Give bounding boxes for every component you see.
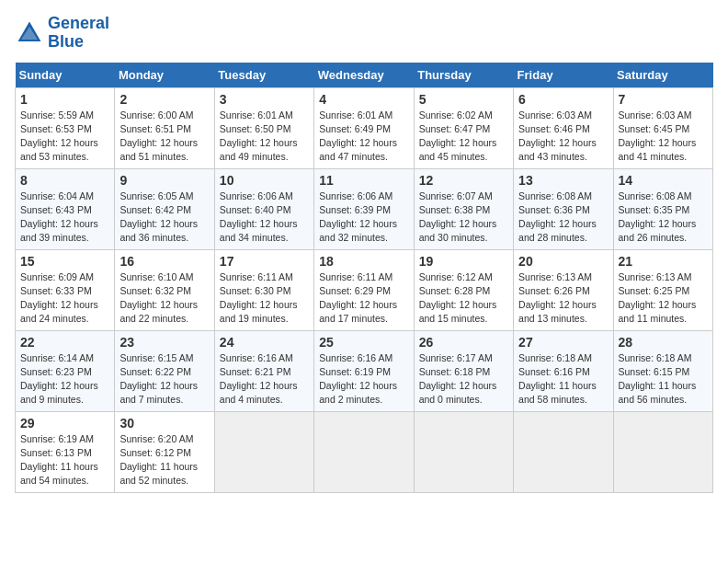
day-number: 19 <box>419 254 508 269</box>
calendar-cell <box>613 411 712 492</box>
calendar-cell: 19 Sunrise: 6:12 AMSunset: 6:28 PMDaylig… <box>414 249 513 330</box>
day-number: 8 <box>20 173 109 188</box>
calendar-cell: 21 Sunrise: 6:13 AMSunset: 6:25 PMDaylig… <box>613 249 712 330</box>
day-number: 7 <box>619 92 708 107</box>
day-number: 16 <box>119 254 209 269</box>
day-info: Sunrise: 6:11 AMSunset: 6:30 PMDaylight:… <box>220 271 298 325</box>
day-number: 4 <box>319 92 408 107</box>
day-info: Sunrise: 5:59 AMSunset: 6:53 PMDaylight:… <box>20 109 98 163</box>
day-number: 21 <box>619 254 708 269</box>
day-info: Sunrise: 6:11 AMSunset: 6:29 PMDaylight:… <box>319 271 397 325</box>
calendar-cell: 4 Sunrise: 6:01 AMSunset: 6:49 PMDayligh… <box>314 87 414 168</box>
weekday-header: Wednesday <box>314 63 414 88</box>
logo-text: General Blue <box>48 15 109 52</box>
day-info: Sunrise: 6:18 AMSunset: 6:15 PMDaylight:… <box>619 352 697 406</box>
day-info: Sunrise: 6:16 AMSunset: 6:21 PMDaylight:… <box>220 352 298 406</box>
calendar-cell <box>414 411 513 492</box>
day-number: 6 <box>518 92 608 107</box>
day-number: 13 <box>518 173 608 188</box>
day-number: 17 <box>220 254 309 269</box>
day-info: Sunrise: 6:01 AMSunset: 6:50 PMDaylight:… <box>220 109 298 163</box>
calendar-cell: 6 Sunrise: 6:03 AMSunset: 6:46 PMDayligh… <box>514 87 613 168</box>
calendar-cell: 20 Sunrise: 6:13 AMSunset: 6:26 PMDaylig… <box>514 249 613 330</box>
calendar-cell: 3 Sunrise: 6:01 AMSunset: 6:50 PMDayligh… <box>214 87 313 168</box>
calendar-cell: 11 Sunrise: 6:06 AMSunset: 6:39 PMDaylig… <box>314 168 414 249</box>
day-number: 24 <box>220 335 309 350</box>
day-info: Sunrise: 6:09 AMSunset: 6:33 PMDaylight:… <box>20 271 98 325</box>
calendar-cell: 22 Sunrise: 6:14 AMSunset: 6:23 PMDaylig… <box>16 330 115 411</box>
weekday-header: Thursday <box>414 63 513 88</box>
day-number: 12 <box>419 173 508 188</box>
calendar-cell: 23 Sunrise: 6:15 AMSunset: 6:22 PMDaylig… <box>115 330 214 411</box>
calendar-cell: 29 Sunrise: 6:19 AMSunset: 6:13 PMDaylig… <box>16 411 115 492</box>
calendar-cell: 1 Sunrise: 5:59 AMSunset: 6:53 PMDayligh… <box>16 87 115 168</box>
day-info: Sunrise: 6:04 AMSunset: 6:43 PMDaylight:… <box>20 190 98 244</box>
calendar-cell: 12 Sunrise: 6:07 AMSunset: 6:38 PMDaylig… <box>414 168 513 249</box>
calendar-cell: 8 Sunrise: 6:04 AMSunset: 6:43 PMDayligh… <box>16 168 115 249</box>
page-header: General Blue <box>15 15 713 52</box>
day-info: Sunrise: 6:06 AMSunset: 6:40 PMDaylight:… <box>220 190 298 244</box>
day-number: 29 <box>20 416 109 431</box>
day-number: 27 <box>518 335 608 350</box>
weekday-header: Tuesday <box>214 63 313 88</box>
day-info: Sunrise: 6:20 AMSunset: 6:12 PMDaylight:… <box>119 433 198 487</box>
day-number: 10 <box>220 173 309 188</box>
calendar-cell: 17 Sunrise: 6:11 AMSunset: 6:30 PMDaylig… <box>214 249 313 330</box>
calendar-week-row: 15 Sunrise: 6:09 AMSunset: 6:33 PMDaylig… <box>16 249 713 330</box>
weekday-header: Monday <box>115 63 214 88</box>
day-info: Sunrise: 6:08 AMSunset: 6:36 PMDaylight:… <box>518 190 597 244</box>
day-info: Sunrise: 6:00 AMSunset: 6:51 PMDaylight:… <box>119 109 198 163</box>
calendar-table: SundayMondayTuesdayWednesdayThursdayFrid… <box>15 63 713 493</box>
day-number: 20 <box>518 254 608 269</box>
day-number: 3 <box>220 92 309 107</box>
day-number: 22 <box>20 335 109 350</box>
day-number: 14 <box>619 173 708 188</box>
day-info: Sunrise: 6:14 AMSunset: 6:23 PMDaylight:… <box>20 352 98 406</box>
calendar-week-row: 29 Sunrise: 6:19 AMSunset: 6:13 PMDaylig… <box>16 411 713 492</box>
day-number: 15 <box>20 254 109 269</box>
day-number: 26 <box>419 335 508 350</box>
calendar-cell: 2 Sunrise: 6:00 AMSunset: 6:51 PMDayligh… <box>115 87 214 168</box>
day-number: 2 <box>119 92 209 107</box>
day-info: Sunrise: 6:01 AMSunset: 6:49 PMDaylight:… <box>319 109 397 163</box>
calendar-cell: 13 Sunrise: 6:08 AMSunset: 6:36 PMDaylig… <box>514 168 613 249</box>
day-info: Sunrise: 6:10 AMSunset: 6:32 PMDaylight:… <box>119 271 198 325</box>
day-info: Sunrise: 6:19 AMSunset: 6:13 PMDaylight:… <box>20 433 98 487</box>
calendar-cell: 10 Sunrise: 6:06 AMSunset: 6:40 PMDaylig… <box>214 168 313 249</box>
calendar-week-row: 8 Sunrise: 6:04 AMSunset: 6:43 PMDayligh… <box>16 168 713 249</box>
day-number: 1 <box>20 92 109 107</box>
day-info: Sunrise: 6:03 AMSunset: 6:45 PMDaylight:… <box>619 109 697 163</box>
day-info: Sunrise: 6:07 AMSunset: 6:38 PMDaylight:… <box>419 190 497 244</box>
weekday-header: Sunday <box>16 63 115 88</box>
day-info: Sunrise: 6:17 AMSunset: 6:18 PMDaylight:… <box>419 352 497 406</box>
day-info: Sunrise: 6:08 AMSunset: 6:35 PMDaylight:… <box>619 190 697 244</box>
calendar-header-row: SundayMondayTuesdayWednesdayThursdayFrid… <box>16 63 713 88</box>
calendar-cell: 15 Sunrise: 6:09 AMSunset: 6:33 PMDaylig… <box>16 249 115 330</box>
calendar-cell: 9 Sunrise: 6:05 AMSunset: 6:42 PMDayligh… <box>115 168 214 249</box>
day-number: 23 <box>119 335 209 350</box>
day-info: Sunrise: 6:03 AMSunset: 6:46 PMDaylight:… <box>518 109 597 163</box>
calendar-cell: 16 Sunrise: 6:10 AMSunset: 6:32 PMDaylig… <box>115 249 214 330</box>
day-info: Sunrise: 6:13 AMSunset: 6:26 PMDaylight:… <box>518 271 597 325</box>
weekday-header: Friday <box>514 63 613 88</box>
day-info: Sunrise: 6:05 AMSunset: 6:42 PMDaylight:… <box>119 190 198 244</box>
calendar-cell: 24 Sunrise: 6:16 AMSunset: 6:21 PMDaylig… <box>214 330 313 411</box>
day-number: 25 <box>319 335 408 350</box>
calendar-cell: 18 Sunrise: 6:11 AMSunset: 6:29 PMDaylig… <box>314 249 414 330</box>
calendar-week-row: 1 Sunrise: 5:59 AMSunset: 6:53 PMDayligh… <box>16 87 713 168</box>
calendar-cell: 14 Sunrise: 6:08 AMSunset: 6:35 PMDaylig… <box>613 168 712 249</box>
calendar-cell <box>514 411 613 492</box>
day-info: Sunrise: 6:06 AMSunset: 6:39 PMDaylight:… <box>319 190 397 244</box>
calendar-cell: 27 Sunrise: 6:18 AMSunset: 6:16 PMDaylig… <box>514 330 613 411</box>
day-number: 30 <box>119 416 209 431</box>
calendar-cell: 25 Sunrise: 6:16 AMSunset: 6:19 PMDaylig… <box>314 330 414 411</box>
day-number: 5 <box>419 92 508 107</box>
day-number: 18 <box>319 254 408 269</box>
day-info: Sunrise: 6:18 AMSunset: 6:16 PMDaylight:… <box>518 352 597 406</box>
day-info: Sunrise: 6:15 AMSunset: 6:22 PMDaylight:… <box>119 352 198 406</box>
calendar-cell: 28 Sunrise: 6:18 AMSunset: 6:15 PMDaylig… <box>613 330 712 411</box>
logo-icon <box>15 18 44 48</box>
day-number: 11 <box>319 173 408 188</box>
logo: General Blue <box>15 15 109 52</box>
calendar-cell: 26 Sunrise: 6:17 AMSunset: 6:18 PMDaylig… <box>414 330 513 411</box>
